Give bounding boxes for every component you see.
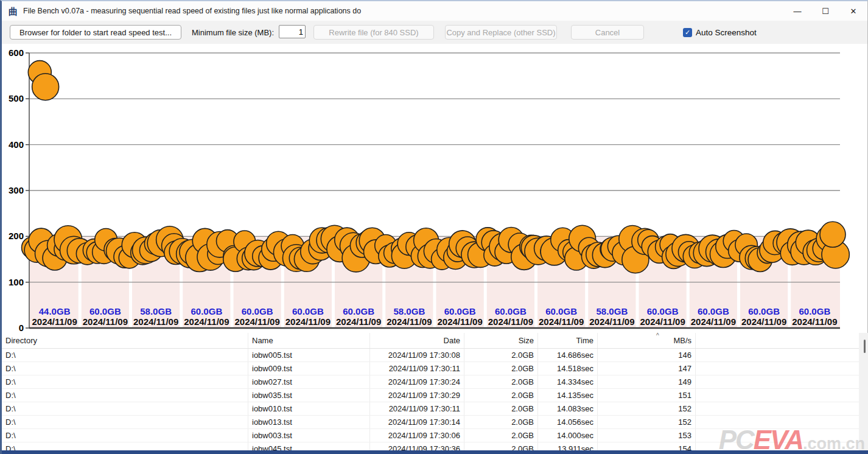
group-date-label: 2024/11/09 bbox=[285, 316, 331, 327]
group-date-label: 2024/11/09 bbox=[32, 316, 77, 327]
sort-indicator: ^ bbox=[656, 332, 659, 339]
browse-folder-button[interactable]: Browser for folder to start read speed t… bbox=[10, 25, 181, 40]
cell-date: 2024/11/09 17:30:14 bbox=[370, 416, 464, 428]
cell-mbs: 151 bbox=[598, 389, 696, 402]
read-speed-scatter-chart: 600500400300200100020044.0GB2024/11/0960… bbox=[2, 44, 868, 333]
cell-time: 14.518sec bbox=[538, 362, 598, 375]
cell-size: 2.0GB bbox=[464, 429, 538, 442]
maximize-icon[interactable]: ☐ bbox=[811, 1, 839, 21]
app-window: 曲 File Bench v0.07a - measuring sequenti… bbox=[0, 0, 868, 454]
cell-date: 2024/11/09 17:30:06 bbox=[370, 429, 464, 442]
table-row[interactable]: D:\iobw010.tst2024/11/09 17:30:112.0GB14… bbox=[2, 402, 859, 416]
auto-screenshot-checkbox[interactable]: ✓ Auto Screenshot bbox=[683, 28, 757, 37]
y-axis-tick-label: 300 bbox=[9, 185, 24, 195]
window-title: File Bench v0.07a - measuring sequential… bbox=[23, 7, 361, 15]
scrollbar-thumb[interactable] bbox=[864, 340, 866, 353]
y-axis-tick-label: 400 bbox=[9, 139, 24, 150]
cell-mbs: 152 bbox=[598, 416, 696, 428]
cell-size: 2.0GB bbox=[464, 402, 538, 415]
cell-mbs: 149 bbox=[598, 375, 696, 388]
column-header-date[interactable]: Date bbox=[370, 333, 464, 348]
column-header-directory[interactable]: Directory bbox=[2, 333, 248, 348]
table-row-selected-partial[interactable] bbox=[2, 450, 868, 454]
group-size-label: 60.0GB bbox=[343, 306, 374, 316]
cell-date: 2024/11/09 17:30:08 bbox=[370, 349, 464, 361]
cell-name: iobw010.tst bbox=[248, 402, 370, 415]
group-date-label: 2024/11/09 bbox=[691, 316, 736, 327]
group-date-label: 2024/11/09 bbox=[640, 316, 685, 327]
group-size-label: 60.0GB bbox=[292, 306, 324, 316]
table-row[interactable]: D:\iobw013.tst2024/11/09 17:30:142.0GB14… bbox=[2, 416, 859, 429]
cell-mbs: 147 bbox=[598, 362, 696, 375]
cell-name: iobw027.tst bbox=[248, 375, 370, 388]
cell-time: 14.083sec bbox=[538, 402, 598, 415]
cell-size: 2.0GB bbox=[464, 416, 538, 428]
rewrite-file-button[interactable]: Rewrite file (for 840 SSD) bbox=[313, 25, 434, 40]
table-row[interactable]: D:\iobw005.tst2024/11/09 17:30:082.0GB14… bbox=[2, 349, 859, 362]
cell-time: 14.686sec bbox=[538, 349, 598, 361]
checkbox-check-icon: ✓ bbox=[683, 28, 692, 37]
cell-time: 14.000sec bbox=[538, 429, 598, 442]
data-point-outlier bbox=[820, 222, 845, 247]
cell-size: 2.0GB bbox=[464, 362, 538, 375]
group-size-label: 60.0GB bbox=[191, 306, 223, 316]
cell-time: 14.135sec bbox=[538, 389, 598, 402]
table-header-row: DirectoryNameDateSizeTimeMB/s^ bbox=[2, 333, 859, 349]
group-size-label: 60.0GB bbox=[89, 306, 121, 316]
y-axis-tick-label: 200 bbox=[9, 231, 24, 241]
copy-replace-button[interactable]: Copy and Replace (other SSD) bbox=[445, 25, 557, 40]
cell-directory: D:\ bbox=[2, 416, 248, 428]
cell-mbs: 152 bbox=[598, 402, 696, 415]
group-size-label: 58.0GB bbox=[597, 306, 628, 316]
group-date-label: 2024/11/09 bbox=[792, 316, 837, 327]
cell-name: iobw003.tst bbox=[248, 429, 370, 442]
group-date-label: 2024/11/09 bbox=[133, 316, 178, 327]
min-file-size-input[interactable] bbox=[279, 25, 306, 38]
group-date-label: 2024/11/09 bbox=[83, 316, 128, 327]
group-size-label: 60.0GB bbox=[748, 306, 780, 316]
cell-directory: D:\ bbox=[2, 349, 248, 361]
cell-date: 2024/11/09 17:30:11 bbox=[370, 402, 464, 415]
cell-size: 2.0GB bbox=[464, 375, 538, 388]
group-date-label: 2024/11/09 bbox=[589, 316, 634, 327]
table-row[interactable]: D:\iobw003.tst2024/11/09 17:30:062.0GB14… bbox=[2, 429, 859, 442]
group-size-label: 60.0GB bbox=[444, 306, 476, 316]
group-date-label: 2024/11/09 bbox=[539, 316, 584, 327]
cell-directory: D:\ bbox=[2, 375, 248, 388]
cell-name: iobw035.tst bbox=[248, 389, 370, 402]
close-icon[interactable]: ✕ bbox=[839, 1, 867, 21]
minimize-icon[interactable]: — bbox=[783, 1, 811, 21]
y-axis-tick-label: 500 bbox=[9, 93, 24, 103]
group-size-label: 60.0GB bbox=[698, 306, 729, 316]
group-size-label: 60.0GB bbox=[799, 306, 831, 316]
cell-directory: D:\ bbox=[2, 389, 248, 402]
table-row[interactable]: D:\iobw035.tst2024/11/09 17:30:292.0GB14… bbox=[2, 389, 859, 402]
group-size-label: 58.0GB bbox=[140, 306, 172, 316]
group-date-label: 2024/11/09 bbox=[438, 316, 483, 327]
cell-date: 2024/11/09 17:30:11 bbox=[370, 362, 464, 375]
group-date-label: 2024/11/09 bbox=[336, 316, 381, 327]
cell-mbs: 146 bbox=[598, 349, 696, 361]
cancel-button[interactable]: Cancel bbox=[571, 25, 644, 40]
group-size-label: 60.0GB bbox=[242, 306, 273, 316]
cell-date: 2024/11/09 17:30:29 bbox=[370, 389, 464, 402]
table-row[interactable]: D:\iobw027.tst2024/11/09 17:30:242.0GB14… bbox=[2, 375, 859, 389]
group-date-label: 2024/11/09 bbox=[235, 316, 280, 327]
column-header-mbs[interactable]: MB/s bbox=[598, 333, 696, 348]
group-size-label: 44.0GB bbox=[39, 306, 71, 316]
table-row[interactable]: D:\iobw009.tst2024/11/09 17:30:112.0GB14… bbox=[2, 362, 859, 375]
cell-directory: D:\ bbox=[2, 362, 248, 375]
column-header-size[interactable]: Size bbox=[464, 333, 538, 348]
toolbar: Browser for folder to start read speed t… bbox=[2, 21, 867, 44]
table-scrollbar[interactable] bbox=[859, 333, 868, 450]
title-bar: 曲 File Bench v0.07a - measuring sequenti… bbox=[2, 1, 867, 21]
group-date-label: 2024/11/09 bbox=[741, 316, 786, 327]
results-table: DirectoryNameDateSizeTimeMB/s^D:\iobw005… bbox=[2, 333, 859, 454]
cell-time: 14.056sec bbox=[538, 416, 598, 428]
column-header-time[interactable]: Time bbox=[538, 333, 598, 348]
column-header-name[interactable]: Name bbox=[248, 333, 370, 348]
cell-directory: D:\ bbox=[2, 429, 248, 442]
data-point-outlier bbox=[32, 74, 59, 100]
group-size-label: 60.0GB bbox=[495, 306, 527, 316]
group-size-label: 60.0GB bbox=[545, 306, 577, 316]
